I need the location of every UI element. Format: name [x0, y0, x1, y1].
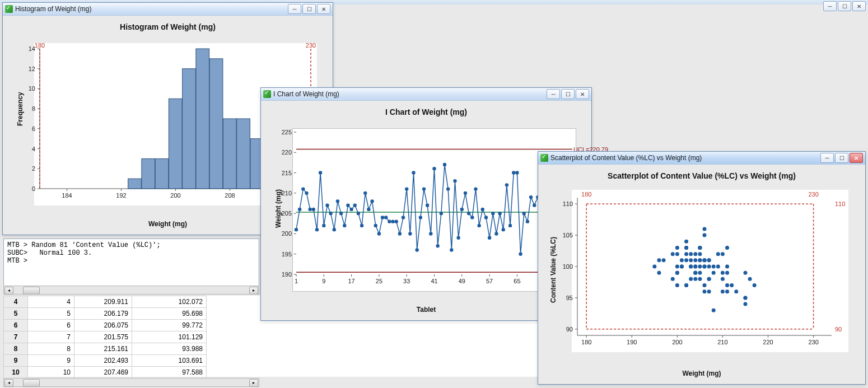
scroll-thumb[interactable]	[23, 287, 40, 294]
session-log-scrollbar[interactable]: ◂ ▸	[3, 286, 259, 294]
svg-point-274	[703, 227, 707, 231]
svg-text:9: 9	[322, 278, 325, 284]
svg-text:184: 184	[62, 192, 72, 199]
cell[interactable]: 202.493	[74, 355, 132, 367]
scroll-right-button[interactable]: ▸	[249, 379, 258, 387]
svg-point-151	[519, 253, 522, 256]
svg-text:90: 90	[566, 326, 573, 333]
close-button[interactable]: ✕	[317, 4, 330, 14]
svg-point-100	[343, 224, 346, 227]
titlebar[interactable]: Scatterplot of Content Value (%LC) vs We…	[538, 152, 865, 165]
row-header[interactable]: 5	[4, 308, 28, 320]
cell[interactable]: 95.698	[132, 308, 207, 320]
cell[interactable]: 102.072	[132, 296, 207, 308]
row-header[interactable]: 7	[4, 331, 28, 343]
cell[interactable]: 97.588	[132, 367, 207, 378]
svg-text:208: 208	[225, 192, 235, 199]
svg-point-108	[370, 199, 374, 203]
svg-point-245	[721, 277, 725, 281]
svg-rect-30	[155, 158, 169, 189]
svg-point-116	[398, 232, 402, 235]
cell[interactable]: 5	[28, 308, 74, 320]
row-header[interactable]: 6	[4, 320, 28, 331]
scroll-right-button[interactable]: ▸	[249, 287, 258, 294]
cell[interactable]: 10	[28, 367, 74, 378]
svg-point-109	[374, 224, 377, 227]
close-button[interactable]: ✕	[850, 153, 863, 163]
svg-text:100: 100	[563, 263, 573, 270]
svg-point-222	[693, 258, 697, 262]
cell[interactable]: 8	[28, 343, 74, 355]
table-row[interactable]: 44209.911102.072	[4, 296, 207, 308]
table-row[interactable]: 1010207.46997.588	[4, 367, 207, 378]
maximize-button[interactable]: ☐	[302, 4, 316, 14]
cell[interactable]: 206.075	[74, 320, 132, 331]
svg-point-140	[481, 208, 484, 211]
svg-point-267	[721, 271, 725, 275]
row-header[interactable]: 10	[4, 367, 28, 378]
cell[interactable]: 201.575	[74, 331, 132, 343]
svg-point-143	[491, 212, 494, 215]
minimize-button[interactable]: ─	[547, 89, 560, 99]
row-header[interactable]: 9	[4, 355, 28, 367]
svg-rect-34	[209, 59, 223, 189]
svg-point-128	[440, 212, 443, 215]
table-row[interactable]: 99202.493103.691	[4, 355, 207, 367]
svg-point-268	[698, 246, 702, 250]
cell[interactable]: 93.988	[132, 343, 207, 355]
svg-rect-35	[223, 119, 236, 189]
svg-point-204	[684, 240, 688, 244]
y-axis-label: Frequency	[16, 92, 24, 126]
worksheet-scrollbar[interactable]: ◂ ▸	[3, 378, 259, 387]
cell[interactable]: 103.691	[132, 355, 207, 367]
svg-point-117	[402, 216, 405, 219]
cell[interactable]: 101.129	[132, 331, 207, 343]
svg-point-236	[748, 277, 752, 281]
table-row[interactable]: 66206.07599.772	[4, 320, 207, 331]
cell[interactable]: 206.179	[74, 308, 132, 320]
titlebar[interactable]: Histogram of Weight (mg) ─ ☐ ✕	[3, 3, 333, 16]
svg-text:2: 2	[32, 165, 35, 172]
scroll-left-button[interactable]: ◂	[4, 287, 13, 294]
row-header[interactable]: 4	[4, 296, 28, 308]
svg-point-240	[725, 265, 729, 269]
svg-point-110	[377, 232, 381, 235]
svg-text:220: 220	[282, 149, 292, 156]
svg-point-277	[680, 258, 684, 262]
svg-text:95: 95	[566, 294, 573, 301]
svg-point-272	[693, 277, 697, 281]
table-row[interactable]: 88215.16193.988	[4, 343, 207, 355]
table-row[interactable]: 77201.575101.129	[4, 331, 207, 343]
table-row[interactable]: 55206.17995.698	[4, 308, 207, 320]
close-button[interactable]: ✕	[852, 1, 866, 11]
svg-point-121	[415, 248, 418, 251]
svg-point-127	[436, 244, 439, 247]
maximize-button[interactable]: ☐	[561, 89, 575, 99]
svg-point-243	[671, 252, 675, 256]
minimize-button[interactable]: ─	[823, 1, 837, 11]
minimize-button[interactable]: ─	[820, 153, 834, 163]
cell[interactable]: 99.772	[132, 320, 207, 331]
svg-point-89	[305, 191, 308, 195]
cell[interactable]: 9	[28, 355, 74, 367]
maximize-button[interactable]: ☐	[838, 1, 851, 11]
cell[interactable]: 4	[28, 296, 74, 308]
session-log[interactable]: MTB > Random 81 'Content Value (%LC)'; S…	[3, 239, 259, 287]
svg-point-120	[412, 171, 415, 174]
svg-point-202	[684, 258, 688, 262]
minimize-button[interactable]: ─	[288, 4, 301, 14]
row-header[interactable]: 8	[4, 343, 28, 355]
cell[interactable]: 207.469	[74, 367, 132, 378]
scroll-left-button[interactable]: ◂	[4, 379, 13, 387]
cell[interactable]: 6	[28, 320, 74, 331]
svg-point-224	[689, 277, 693, 281]
close-button[interactable]: ✕	[576, 89, 589, 99]
svg-point-131	[450, 248, 453, 251]
titlebar[interactable]: I Chart of Weight (mg) ─ ☐ ✕	[261, 88, 591, 101]
cell[interactable]: 215.161	[74, 343, 132, 355]
svg-text:57: 57	[486, 278, 493, 284]
scroll-thumb[interactable]	[23, 379, 40, 387]
cell[interactable]: 209.911	[74, 296, 132, 308]
cell[interactable]: 7	[28, 331, 74, 343]
maximize-button[interactable]: ☐	[835, 153, 848, 163]
